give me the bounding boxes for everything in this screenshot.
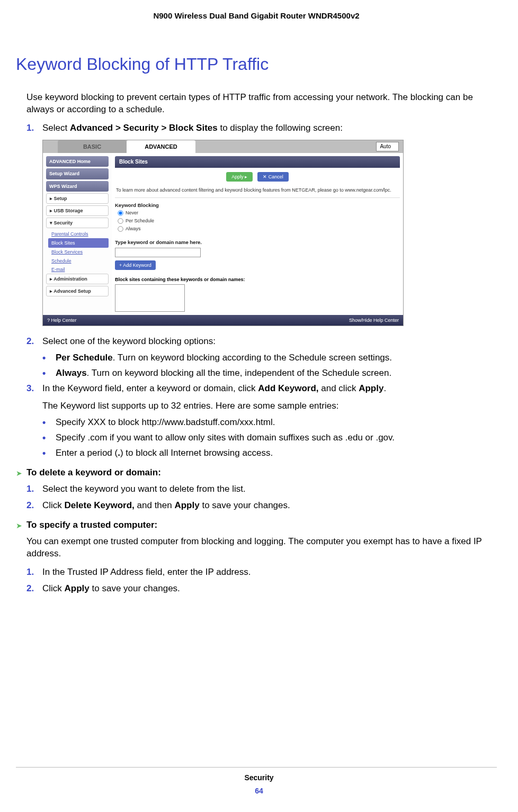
bullet-icon: • <box>42 432 56 444</box>
sidebar: ADVANCED Home Setup Wizard WPS Wizard ▸ … <box>43 153 112 315</box>
text: Click <box>42 500 65 510</box>
info-text: To learn more about advanced content fil… <box>115 185 400 198</box>
apply-button[interactable]: Apply ▸ <box>226 172 253 182</box>
router-ui-screenshot: BASIC ADVANCED Auto ADVANCED Home Setup … <box>42 140 404 326</box>
option-name: Always <box>56 368 87 378</box>
ui-ref: Delete Keyword, <box>65 500 135 510</box>
type-keyword-label: Type keyword or domain name here. <box>115 239 400 246</box>
sample-1: • Specify XXX to block http://www.badstu… <box>42 417 497 429</box>
sidebar-schedule[interactable]: Schedule <box>46 257 109 265</box>
ui-ref: Add Keyword, <box>258 383 318 393</box>
step-3: 3. In the Keyword field, enter a keyword… <box>26 383 497 412</box>
footer-page-number: 64 <box>0 786 518 796</box>
step-text: In the Trusted IP Address field, enter t… <box>42 566 497 579</box>
delete-step-1: 1. Select the keyword you want to delete… <box>26 483 497 495</box>
bullet-per-schedule: • Per Schedule. Turn on keyword blocking… <box>42 352 497 364</box>
text: and then <box>135 500 175 510</box>
step-number: 1. <box>26 566 42 579</box>
sample-text: Specify XXX to block http://www.badstuff… <box>56 417 497 429</box>
delete-step-2: 2. Click Delete Keyword, and then Apply … <box>26 500 497 512</box>
auto-dropdown[interactable]: Auto <box>376 142 399 151</box>
ui-ref: Apply <box>359 383 383 393</box>
tab-basic[interactable]: BASIC <box>58 140 127 153</box>
step-number: 1. <box>26 122 42 134</box>
text: to display the following screen: <box>218 123 343 133</box>
panel-title: Block Sites <box>115 156 400 168</box>
step-number: 2. <box>26 500 42 512</box>
show-hide-help[interactable]: Show/Hide Help Center <box>349 317 399 323</box>
page-footer: Security 64 <box>0 767 518 796</box>
tab-advanced[interactable]: ADVANCED <box>127 140 195 153</box>
sidebar-advanced-setup[interactable]: ▸ Advanced Setup <box>46 286 109 296</box>
product-header: N900 Wireless Dual Band Gigabit Router W… <box>16 11 497 21</box>
sidebar-block-services[interactable]: Block Services <box>46 248 109 256</box>
sidebar-setup-wizard[interactable]: Setup Wizard <box>46 168 109 179</box>
menu-path: Advanced > Security > Block Sites <box>70 123 218 133</box>
step-1: 1. Select Advanced > Security > Block Si… <box>26 122 497 134</box>
intro-paragraph: Use keyword blocking to prevent certain … <box>26 92 497 116</box>
text: and click <box>319 383 359 393</box>
add-keyword-button[interactable]: + Add Keyword <box>115 260 156 270</box>
text: . <box>383 383 386 393</box>
bullet-icon: • <box>42 417 56 429</box>
option-desc: . Turn on keyword blocking according to … <box>113 353 392 363</box>
option-name: Per Schedule <box>56 353 113 363</box>
block-list-label: Block sites containing these keywords or… <box>115 276 400 283</box>
sample-text: Specify .com if you want to allow only s… <box>56 432 497 444</box>
step-2: 2. Select one of the keyword blocking op… <box>26 336 497 348</box>
radio-never[interactable]: Never <box>115 209 400 217</box>
step-text: Select the keyword you want to delete fr… <box>42 483 497 495</box>
bullet-always: • Always. Turn on keyword blocking all t… <box>42 367 497 380</box>
text: Select <box>42 123 70 133</box>
text: to save your changes. <box>90 583 180 593</box>
procedure-title: To specify a trusted computer: <box>26 519 497 531</box>
help-center-label: ? Help Center <box>47 317 77 323</box>
step-number: 2. <box>26 583 42 595</box>
block-list-box[interactable] <box>115 284 185 312</box>
procedure-delete: ➤ To delete a keyword or domain: <box>16 467 497 479</box>
step-number: 1. <box>26 483 42 495</box>
text: In the Keyword field, enter a keyword or… <box>42 383 258 393</box>
sidebar-administration[interactable]: ▸ Administration <box>46 274 109 284</box>
cancel-button[interactable]: ✕ Cancel <box>257 172 289 182</box>
radio-per-schedule[interactable]: Per Schedule <box>115 217 400 225</box>
keyword-note: The Keyword list supports up to 32 entri… <box>42 400 497 412</box>
bullet-icon: • <box>42 447 56 459</box>
main-panel: Block Sites Apply ▸ ✕ Cancel To learn mo… <box>112 153 403 315</box>
sample-3: • Enter a period (.) to block all Intern… <box>42 447 497 459</box>
option-desc: . Turn on keyword blocking all the time,… <box>87 368 392 378</box>
sidebar-email[interactable]: E-mail <box>46 265 109 274</box>
bullet-icon: • <box>42 367 56 380</box>
procedure-title: To delete a keyword or domain: <box>26 467 497 479</box>
keyword-blocking-label: Keyword Blocking <box>115 202 400 209</box>
sample-2: • Specify .com if you want to allow only… <box>42 432 497 444</box>
procedure-trusted: ➤ To specify a trusted computer: <box>16 519 497 531</box>
sidebar-security[interactable]: ▾ Security <box>46 218 109 228</box>
procedure-arrow-icon: ➤ <box>16 467 26 479</box>
sidebar-usb-storage[interactable]: ▸ USB Storage <box>46 205 109 216</box>
page-title: Keyword Blocking of HTTP Traffic <box>16 53 497 76</box>
trusted-intro: You can exempt one trusted computer from… <box>26 536 497 560</box>
step-number: 2. <box>26 336 42 348</box>
bullet-icon: • <box>42 352 56 364</box>
sidebar-wps-wizard[interactable]: WPS Wizard <box>46 181 109 192</box>
sidebar-advanced-home[interactable]: ADVANCED Home <box>46 156 109 167</box>
procedure-arrow-icon: ➤ <box>16 519 26 531</box>
help-center-bar[interactable]: ? Help Center Show/Hide Help Center <box>43 315 403 326</box>
keyword-input[interactable] <box>115 248 201 257</box>
radio-always[interactable]: Always <box>115 225 400 233</box>
step-number: 3. <box>26 383 42 412</box>
sidebar-block-sites[interactable]: Block Sites <box>48 238 109 248</box>
footer-section: Security <box>0 773 518 783</box>
trusted-step-1: 1. In the Trusted IP Address field, ente… <box>26 566 497 579</box>
ui-ref: Apply <box>174 500 199 510</box>
step-text: Select one of the keyword blocking optio… <box>42 336 497 348</box>
text: ) to block all Internet browsing access. <box>120 448 273 458</box>
text: Click <box>42 583 65 593</box>
sidebar-parental-controls[interactable]: Parental Controls <box>46 230 109 238</box>
text: Enter a period ( <box>56 448 118 458</box>
trusted-step-2: 2. Click Apply to save your changes. <box>26 583 497 595</box>
text: to save your changes. <box>200 500 290 510</box>
ui-ref: Apply <box>65 583 90 593</box>
sidebar-setup[interactable]: ▸ Setup <box>46 193 109 204</box>
